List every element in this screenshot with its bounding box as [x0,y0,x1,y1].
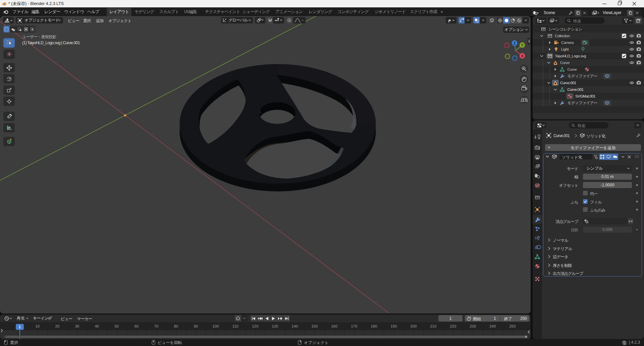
svg-text:Camera: Camera [561,41,574,45]
svg-text:モディファイアー: モディファイアー [568,74,597,78]
svg-text:Curve.001: Curve.001 [568,88,584,92]
svg-text:Curve: Curve [568,67,577,71]
svg-text:Curve: Curve [560,61,570,65]
svg-text:SVGMat.001: SVGMat.001 [575,94,595,98]
svg-text:シーンコレクション: シーンコレクション [548,27,582,31]
svg-text:Z: Z [514,41,516,45]
svg-text:Curve.001: Curve.001 [560,81,576,85]
svg-text:TaiyoHLD_Logo.svg: TaiyoHLD_Logo.svg [555,54,586,58]
svg-text:X: X [521,54,524,58]
svg-text:Collection: Collection [555,34,570,38]
svg-text:Y: Y [521,43,524,47]
svg-text:Light: Light [561,47,569,51]
svg-text:モディファイアー: モディファイアー [568,101,597,105]
